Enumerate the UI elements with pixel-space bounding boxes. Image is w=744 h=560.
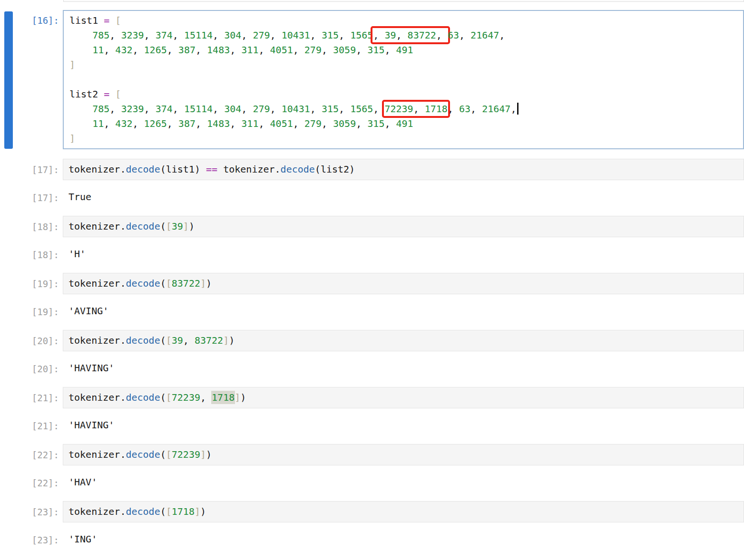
code-token: , [196, 44, 207, 56]
code-line: tokenizer.decode([83722]) [69, 276, 744, 291]
code-token: 21647 [482, 103, 510, 115]
code-token: 39 [172, 335, 183, 346]
code-token: , [339, 29, 350, 41]
code-token: ( [160, 335, 166, 346]
input-prompt-22: [22]: [13, 444, 63, 465]
code-token: . [120, 278, 126, 289]
code-token: 83722 [408, 29, 436, 41]
code-token [69, 118, 92, 129]
code-token: 72239 [172, 449, 200, 460]
code-token: , [270, 29, 282, 41]
code-token: 491 [396, 44, 413, 56]
code-token: [ [166, 506, 172, 517]
code-token: decode [126, 278, 160, 289]
code-token: = [104, 15, 109, 26]
cell-gutter [0, 190, 13, 204]
cell-17-code-editor[interactable]: tokenizer.decode(list1) == tokenizer.dec… [63, 159, 744, 180]
code-token: list2 [321, 164, 349, 175]
code-token: ) [206, 449, 212, 460]
code-token: ( [160, 392, 166, 403]
code-token: decode [126, 392, 160, 403]
code-token: 4051 [270, 118, 293, 129]
code-token: 15114 [184, 29, 213, 41]
input-prompt-17: [17]: [13, 159, 63, 180]
output-prompt-20: [20]: [13, 361, 63, 376]
code-token: , [109, 103, 121, 115]
cell-gutter [0, 387, 13, 408]
cell-16-code-editor[interactable]: list1 = [ 785, 3239, 374, 15114, 304, 27… [63, 10, 744, 149]
code-token: list1 [166, 164, 195, 175]
code-token: , [384, 44, 396, 56]
code-token: 11 [92, 118, 104, 129]
code-token: ) [206, 278, 212, 289]
code-token: 1265 [144, 44, 167, 56]
code-token: 1565 [350, 29, 373, 41]
cell-21-input-row: [21]:tokenizer.decode([72239, 1718]) [0, 387, 744, 408]
cell-gutter [0, 532, 13, 547]
cell-23-output-text: 'ING' [63, 532, 744, 547]
code-token: , [144, 29, 156, 41]
code-token: , [356, 44, 367, 56]
code-token: decode [126, 164, 160, 175]
code-token: , [167, 118, 178, 129]
code-token: 83722 [195, 335, 223, 346]
code-token: tokenizer [223, 164, 274, 175]
code-token: 1565 [350, 103, 373, 115]
cell-21-code-editor[interactable]: tokenizer.decode([72239, 1718]) [63, 387, 744, 408]
code-token: , [144, 103, 156, 115]
code-token: ) [200, 506, 206, 517]
code-token: 72239 [172, 392, 200, 403]
code-token: , [499, 29, 505, 41]
code-token: , [339, 103, 350, 115]
cell-23-code-editor[interactable]: tokenizer.decode([1718]) [63, 501, 744, 522]
code-token: ] [195, 506, 200, 517]
code-token: decode [126, 221, 160, 232]
previous-cell-bottom-edge [63, 0, 744, 2]
code-token: 15114 [184, 103, 213, 115]
code-line: tokenizer.decode([1718]) [69, 504, 744, 519]
cell-17-output-text: True [63, 190, 744, 204]
code-token: 785 [92, 29, 109, 41]
output-prompt-22: [22]: [13, 475, 63, 490]
code-line: tokenizer.decode([39]) [69, 219, 744, 234]
cell-21-output-row: [21]:'HAVING' [0, 418, 744, 433]
code-token: [ [166, 392, 172, 403]
code-token: . [120, 506, 126, 517]
code-token: decode [281, 164, 315, 175]
code-block: tokenizer.decode([1718]) [69, 504, 744, 519]
active-cell-collapser-bar[interactable] [4, 11, 13, 149]
red-annotation-box: 72239, 1718 [382, 100, 450, 118]
code-token: 1265 [144, 118, 167, 129]
code-token [109, 88, 115, 100]
code-token: 311 [241, 118, 258, 129]
code-token [109, 15, 115, 26]
code-token: 21647 [470, 29, 499, 41]
cell-gutter [0, 304, 13, 319]
code-token: , [310, 29, 322, 41]
code-token: decode [126, 449, 160, 460]
cell-20-output-row: [20]:'HAVING' [0, 361, 744, 376]
cell-22-code-editor[interactable]: tokenizer.decode([72239]) [63, 444, 744, 465]
code-token: list2 [69, 88, 98, 100]
code-token: ] [69, 133, 75, 144]
code-block: list1 = [ 785, 3239, 374, 15114, 304, 27… [69, 13, 743, 146]
code-token: 491 [396, 118, 413, 129]
cell-19-code-editor[interactable]: tokenizer.decode([83722]) [63, 273, 744, 294]
code-token: 315 [322, 29, 339, 41]
code-token: , [183, 335, 195, 346]
code-line: tokenizer.decode(list1) == tokenizer.dec… [69, 162, 744, 177]
code-token: 785 [92, 103, 109, 115]
code-token: 1718 [425, 103, 448, 115]
cell-18-input-row: [18]:tokenizer.decode([39]) [0, 216, 744, 237]
code-token: , [109, 29, 121, 41]
cell-19-output-text: 'AVING' [63, 304, 744, 319]
code-token: , [293, 44, 304, 56]
code-token: 315 [322, 103, 339, 115]
code-token: . [120, 335, 126, 346]
code-token: 304 [224, 103, 241, 115]
cell-gutter [0, 273, 13, 294]
cell-20-code-editor[interactable]: tokenizer.decode([39, 83722]) [63, 330, 744, 351]
code-token: 63 [459, 103, 470, 115]
cell-gutter [0, 247, 13, 261]
cell-18-code-editor[interactable]: tokenizer.decode([39]) [63, 216, 744, 237]
